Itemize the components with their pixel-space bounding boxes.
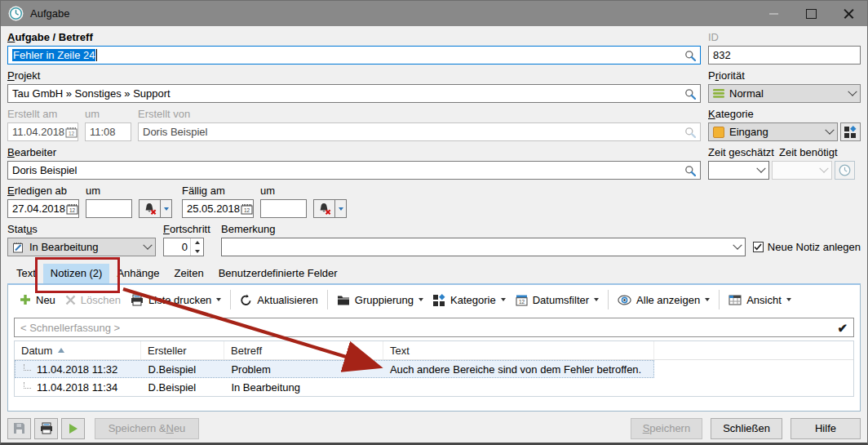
priority-value: Normal — [729, 87, 764, 100]
svg-text:12: 12 — [519, 299, 525, 305]
print-list-button[interactable]: Liste drucken — [126, 288, 226, 311]
reminder-dropdown[interactable] — [161, 199, 172, 218]
column-header-datum[interactable]: Datum — [15, 341, 141, 359]
chevron-down-icon — [143, 240, 152, 249]
toolbar-label: Kategorie — [450, 294, 496, 306]
start-timer-button[interactable] — [61, 418, 85, 439]
table-row[interactable]: 11.04.2018 11:34 D.Beispiel In Bearbeitu… — [15, 378, 654, 396]
tab-zeiten[interactable]: Zeiten — [166, 264, 210, 283]
save-main-button: Speichern — [631, 418, 703, 439]
reminder-bell-icon — [318, 202, 331, 215]
save-and-new-button: Speichern & Neu — [95, 418, 199, 439]
column-header-filler — [654, 341, 853, 359]
date-filter-button[interactable]: 12 Datumsfilter — [511, 288, 604, 311]
search-icon[interactable] — [684, 165, 696, 176]
calendar-filter-icon: 12 — [516, 294, 528, 306]
search-icon[interactable] — [684, 50, 696, 61]
subject-input[interactable]: Fehler in Zeile 24 — [7, 46, 701, 65]
column-label: Datum — [21, 345, 52, 357]
help-button[interactable]: Hilfe — [790, 418, 861, 439]
toolbar-label: Ansicht — [746, 294, 782, 306]
project-value: Tau GmbH » Sonstiges » Support — [12, 87, 170, 100]
dropdown-arrow-icon[interactable] — [705, 298, 710, 301]
progress-up-button[interactable] — [191, 238, 203, 247]
column-label: Betreff — [231, 345, 262, 357]
refresh-button[interactable]: Aktualisieren — [235, 288, 322, 311]
due-time-field[interactable] — [260, 199, 307, 218]
time-estimated-label: Zeit geschätzt — [708, 146, 776, 159]
search-icon[interactable] — [684, 88, 696, 100]
tab-text[interactable]: Text — [9, 264, 43, 283]
start-time-field[interactable] — [86, 199, 132, 218]
column-header-text[interactable]: Text — [383, 341, 654, 359]
new-note-checkbox[interactable]: Neue Notiz anlegen — [753, 238, 861, 256]
calendar-icon[interactable]: 12 — [241, 203, 253, 215]
plus-icon — [20, 294, 31, 305]
close-button[interactable] — [830, 1, 867, 26]
priority-icon — [713, 89, 724, 98]
remark-combo[interactable] — [221, 238, 746, 256]
time-estimated-select[interactable] — [708, 161, 769, 180]
tree-node-icon[interactable] — [24, 364, 31, 371]
category-grid-icon — [433, 294, 445, 306]
category-filter-button[interactable]: Kategorie — [428, 288, 511, 311]
progress-label: Fortschritt — [163, 223, 214, 236]
play-icon — [68, 423, 78, 434]
due-date-value: 25.05.2018 — [187, 202, 240, 215]
start-date-field[interactable]: 27.04.2018 12 — [7, 199, 79, 218]
tab-benutzerdefinierte-felder[interactable]: Benutzerdefinierte Felder — [211, 264, 345, 283]
project-input[interactable]: Tau GmbH » Sonstiges » Support — [7, 84, 701, 103]
category-select[interactable]: Eingang — [708, 122, 838, 141]
due-reminder-button[interactable] — [313, 199, 347, 218]
start-reminder-button[interactable] — [139, 199, 172, 218]
cell-text: Auch andere Bereiche sind von dem Fehler… — [390, 363, 641, 376]
created-by-value: Doris Beispiel — [143, 126, 207, 138]
column-header-betreff[interactable]: Betreff — [224, 341, 383, 359]
footer-bar: Speichern & Neu Speichern Schließen Hilf… — [1, 414, 867, 443]
column-header-ersteller[interactable]: Ersteller — [141, 341, 224, 359]
toolbar-label: Neu — [36, 294, 55, 306]
view-button[interactable]: Ansicht — [724, 288, 796, 311]
tab-notizen[interactable]: Notizen (2) — [43, 264, 110, 283]
priority-label: Priorität — [708, 69, 861, 82]
notes-toolbar: Neu Löschen Liste drucken Aktualisieren — [8, 285, 860, 314]
new-note-button[interactable]: Neu — [15, 288, 60, 311]
dropdown-arrow-icon[interactable] — [594, 298, 599, 301]
refresh-icon — [240, 294, 252, 306]
assignee-value: Doris Beispiel — [12, 164, 77, 176]
toolbar-label: Liste drucken — [148, 294, 211, 306]
created-time-label: um — [85, 108, 131, 121]
progress-stepper[interactable]: 0 — [163, 238, 204, 256]
confirm-checkmark-icon[interactable]: ✔ — [837, 322, 848, 334]
calendar-icon[interactable]: 12 — [66, 203, 78, 215]
column-label: Ersteller — [148, 345, 187, 357]
assignee-input[interactable]: Doris Beispiel — [7, 161, 701, 180]
minimize-button[interactable] — [755, 1, 792, 26]
quick-entry-input[interactable]: < Schnellerfassung > ✔ — [14, 318, 854, 337]
close-window-button[interactable]: Schließen — [711, 418, 782, 439]
dropdown-arrow-icon[interactable] — [216, 298, 221, 301]
minimize-icon — [769, 13, 778, 15]
maximize-button[interactable] — [792, 1, 830, 26]
category-picker-button[interactable] — [840, 122, 861, 141]
reminder-dropdown[interactable] — [335, 199, 347, 218]
reminder-bell-icon — [144, 202, 157, 215]
id-input[interactable]: 832 — [708, 46, 861, 65]
status-value: In Bearbeitung — [29, 241, 99, 253]
tab-anhaenge[interactable]: Anhänge — [109, 264, 166, 283]
priority-select[interactable]: Normal — [708, 84, 861, 103]
show-all-button[interactable]: Alle anzeigen — [613, 288, 715, 311]
save-button[interactable] — [7, 418, 31, 439]
notes-table: Datum Ersteller Betreff Text 11.04.2018 … — [14, 340, 854, 397]
progress-down-button[interactable] — [191, 247, 203, 256]
dropdown-arrow-icon[interactable] — [501, 298, 506, 301]
table-row[interactable]: 11.04.2018 11:32 D.Beispiel Problem Auch… — [15, 360, 654, 378]
grouping-button[interactable]: Gruppierung — [332, 288, 428, 311]
tree-node-icon[interactable] — [24, 382, 31, 389]
due-date-field[interactable]: 25.05.2018 12 — [182, 199, 254, 218]
dropdown-arrow-icon[interactable] — [418, 298, 423, 301]
calendar-icon: 12 — [65, 127, 78, 138]
status-select[interactable]: In Bearbeitung — [7, 238, 156, 256]
print-button[interactable] — [34, 418, 58, 439]
dropdown-arrow-icon[interactable] — [786, 298, 791, 301]
